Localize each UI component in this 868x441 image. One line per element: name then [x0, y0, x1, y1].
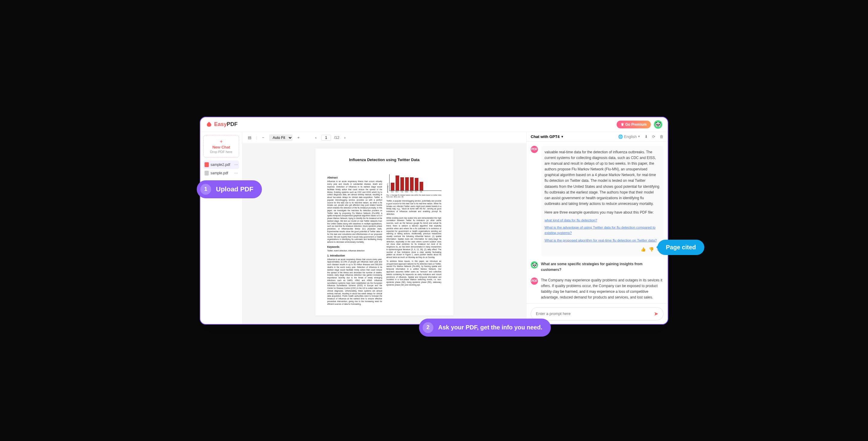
- suggested-question[interactable]: what kind of data for flu detection?: [545, 217, 660, 223]
- language-label: English: [624, 134, 637, 139]
- chat-header: Chat with GPT4 ▼ 🌐 English ▼ ⬇ ⟳ 🗑: [527, 132, 668, 142]
- chart-ylabel: percentage %: [386, 174, 389, 193]
- file-name: sample2.pdf: [211, 163, 230, 167]
- chevron-down-icon: ▼: [638, 135, 640, 138]
- pdf-icon: [205, 162, 209, 167]
- file-menu-icon[interactable]: ⋯: [234, 163, 238, 167]
- premium-label: Go Premium: [625, 123, 647, 127]
- next-page-button[interactable]: ›: [342, 135, 347, 140]
- app-window: EasyPDF ♛ Go Premium 🐼 + New Chat Drop P…: [200, 117, 668, 325]
- chart-bar: [400, 177, 404, 191]
- chart-tick-label: Mon: [395, 191, 399, 193]
- user-avatar-small: 🐼: [531, 261, 538, 269]
- language-select[interactable]: 🌐 English ▼: [618, 134, 640, 139]
- zoom-in-button[interactable]: +: [296, 135, 302, 140]
- suggested-question[interactable]: What is the advantage of using Twitter d…: [545, 225, 660, 236]
- intro-heading: 1. Introduction: [328, 254, 382, 258]
- doc-paragraph: To address these issues, in this paper, …: [386, 260, 441, 286]
- chat-area: Chat with GPT4 ▼ 🌐 English ▼ ⬇ ⟳ 🗑: [527, 132, 668, 324]
- chart-tick-label: Wed: [405, 191, 408, 193]
- example-prompt: Here are three example questions you may…: [545, 210, 660, 215]
- logo: EasyPDF: [206, 121, 238, 128]
- chart-tick-label: Thu: [410, 191, 413, 193]
- refresh-icon[interactable]: ⟳: [652, 134, 655, 139]
- crown-icon: ♛: [621, 123, 624, 127]
- prev-page-button[interactable]: ‹: [314, 135, 318, 140]
- user-message: What are some specific strategies for ga…: [541, 261, 663, 273]
- chart-bar: [410, 177, 413, 191]
- callout-label: Upload PDF: [216, 185, 253, 193]
- document-area: ▤ | − Auto Fit + ‹ /12 › Influenza Detec…: [242, 132, 527, 324]
- chart-bar: [396, 175, 399, 191]
- doc-title: Influenza Detection using Twitter Data: [328, 158, 441, 163]
- doc-paragraph: Twitter, a popular microblogging service…: [386, 200, 441, 216]
- new-chat-label: New Chat: [206, 145, 236, 149]
- callout-number: 2: [423, 322, 433, 333]
- plus-icon: +: [206, 139, 236, 144]
- app-header: EasyPDF ♛ Go Premium 🐼: [200, 117, 668, 132]
- doc-chart: percentage % SunMonTueWedThuFriSat Fig. …: [386, 174, 441, 198]
- doc-toolbar: ▤ | − Auto Fit + ‹ /12 ›: [242, 132, 526, 144]
- doc-page: Influenza Detection using Twitter Data A…: [315, 148, 454, 316]
- go-premium-button[interactable]: ♛ Go Premium: [617, 121, 651, 128]
- chart-bar: [420, 182, 423, 191]
- file-item[interactable]: sample.pdf ⋯: [203, 169, 239, 177]
- chat-model-select[interactable]: Chat with GPT4 ▼: [531, 134, 564, 139]
- send-icon[interactable]: ➤: [654, 310, 658, 317]
- message-text: valuable real-time data for the detectio…: [545, 149, 660, 207]
- chevron-down-icon: ▼: [561, 135, 564, 138]
- thumbs-up-icon[interactable]: 👍: [641, 246, 646, 252]
- sidebar-toggle-icon[interactable]: ▤: [246, 135, 253, 140]
- globe-icon: 🌐: [618, 134, 623, 139]
- file-menu-icon[interactable]: ⋯: [234, 171, 238, 175]
- chart-bar: [415, 178, 418, 191]
- zoom-out-button[interactable]: −: [260, 135, 266, 140]
- pdf-icon: [205, 171, 209, 175]
- keywords-heading: Keywords: [328, 245, 382, 249]
- chart-tick-label: Sat: [419, 191, 423, 193]
- callout-label: Ask your PDF, get the info you need.: [438, 324, 542, 331]
- logo-text-easy: Easy: [214, 121, 227, 127]
- message-text: The Company may experience quality probl…: [541, 277, 663, 301]
- logo-text-pdf: PDF: [227, 121, 238, 127]
- abstract-text: Influenza is an acute respiratory illnes…: [328, 180, 382, 243]
- delete-icon[interactable]: 🗑: [659, 134, 663, 139]
- chat-input[interactable]: [536, 311, 654, 316]
- fig-caption: Fig. 1: Average flu related tweets rate …: [386, 194, 441, 198]
- keywords-text: Twitter, event detection, influenza dete…: [328, 249, 382, 252]
- user-avatar[interactable]: 🐼: [654, 120, 662, 129]
- chart-tick-label: Fri: [414, 191, 418, 193]
- drop-hint: Drop PDF here: [206, 150, 236, 154]
- chart-tick-label: Tue: [400, 191, 404, 193]
- logo-icon: [206, 121, 212, 128]
- callout-ask: 2 Ask your PDF, get the info you need.: [419, 318, 551, 337]
- zoom-select[interactable]: Auto Fit: [269, 134, 292, 141]
- doc-viewer[interactable]: Influenza Detection using Twitter Data A…: [242, 144, 526, 324]
- suggested-question[interactable]: What is the proposed algorithm for real-…: [545, 238, 660, 243]
- callout-page-cited: Page cited: [657, 240, 704, 255]
- chart-tick-label: Sun: [391, 191, 394, 193]
- chat-title-label: Chat with GPT4: [531, 134, 560, 139]
- chart-bar: [405, 177, 409, 191]
- page-total: /12: [334, 135, 339, 140]
- assistant-message: The Company may experience quality probl…: [541, 277, 663, 303]
- file-name: sample.pdf: [211, 171, 228, 175]
- intro-text: Influenza is an acute respiratory illnes…: [328, 258, 382, 306]
- callout-upload: 1 Upload PDF: [197, 180, 262, 198]
- page-input[interactable]: [321, 135, 331, 141]
- file-item[interactable]: sample2.pdf ⋯: [203, 161, 239, 169]
- callout-number: 1: [200, 184, 211, 195]
- new-chat-button[interactable]: + New Chat Drop PDF here: [203, 135, 239, 158]
- doc-paragraph: While existing work has looked into and …: [386, 217, 441, 259]
- chat-body[interactable]: PDF valuable real-time data for the dete…: [527, 142, 668, 303]
- assistant-message: valuable real-time data for the detectio…: [541, 146, 663, 257]
- download-icon[interactable]: ⬇: [645, 134, 648, 139]
- sidebar: + New Chat Drop PDF here sample2.pdf ⋯ s…: [200, 132, 242, 324]
- chart-bar: [391, 183, 394, 191]
- assistant-avatar: PDF: [531, 146, 538, 153]
- abstract-heading: Abstract: [328, 176, 382, 179]
- assistant-avatar: PDF: [531, 277, 538, 285]
- callout-label: Page cited: [666, 244, 696, 250]
